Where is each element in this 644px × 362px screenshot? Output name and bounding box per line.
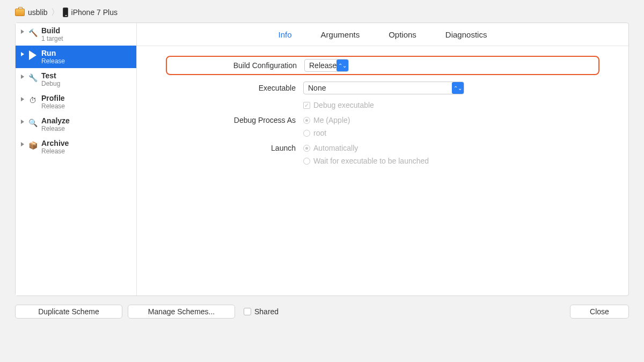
device-crumb[interactable]: iPhone 7 Plus — [63, 8, 118, 17]
sidebar-item-title: Test — [41, 71, 60, 80]
select-caret-icon: ⌃⌄ — [336, 60, 348, 71]
shared-checkbox[interactable]: Shared — [244, 307, 279, 316]
gauge-icon: ⏱ — [29, 97, 36, 104]
build-config-label: Build Configuration — [170, 61, 304, 70]
debug-process-root-radio[interactable]: root — [303, 129, 464, 137]
dialog-footer: Duplicate Scheme Manage Schemes... Share… — [0, 296, 644, 327]
launch-auto-radio[interactable]: Automatically — [303, 144, 464, 152]
disclosure-triangle-icon[interactable] — [21, 29, 24, 34]
breadcrumb-separator: 〉 — [51, 8, 60, 17]
disclosure-triangle-icon[interactable] — [21, 75, 24, 79]
sidebar-item-title: Run — [41, 49, 65, 57]
tab-info[interactable]: Info — [279, 30, 292, 39]
launch-label: Launch — [169, 144, 303, 152]
debug-executable-checkbox[interactable]: ✓ Debug executable — [303, 101, 464, 109]
sidebar-item-build[interactable]: 🔨 Build 1 target — [16, 23, 136, 46]
wrench-icon: 🔧 — [28, 74, 38, 82]
sidebar-item-test[interactable]: 🔧 Test Debug — [16, 68, 136, 91]
sidebar-item-subtitle: Debug — [41, 80, 60, 87]
executable-select[interactable]: None ⌃⌄ — [303, 82, 464, 94]
sidebar-item-subtitle: Release — [41, 102, 65, 110]
select-caret-icon: ⌃⌄ — [452, 82, 464, 94]
sidebar-item-title: Build — [41, 26, 63, 35]
scheme-action-sidebar: 🔨 Build 1 target Run Release 🔧 Test Debu… — [16, 23, 137, 295]
shared-label: Shared — [254, 307, 279, 316]
build-config-value: Release — [309, 61, 336, 70]
briefcase-icon — [15, 9, 25, 16]
radio-icon — [303, 130, 310, 137]
disclosure-triangle-icon[interactable] — [21, 120, 24, 124]
debug-process-label: Debug Process As — [169, 116, 303, 124]
scheme-editor-panel: 🔨 Build 1 target Run Release 🔧 Test Debu… — [15, 23, 629, 296]
launch-wait-label: Wait for executable to be launched — [313, 157, 429, 165]
scheme-crumb[interactable]: usblib — [15, 8, 48, 17]
executable-label: Executable — [169, 84, 303, 92]
debug-process-root-label: root — [313, 129, 326, 137]
radio-icon — [303, 117, 310, 124]
archive-icon: 📦 — [28, 142, 38, 149]
disclosure-triangle-icon[interactable] — [21, 142, 24, 146]
debug-process-me-radio[interactable]: Me (Apple) — [303, 116, 464, 124]
debug-process-me-label: Me (Apple) — [313, 116, 350, 124]
sidebar-item-title: Profile — [41, 94, 65, 102]
sidebar-item-subtitle: 1 target — [41, 35, 63, 42]
launch-auto-label: Automatically — [313, 144, 358, 152]
launch-wait-radio[interactable]: Wait for executable to be launched — [303, 157, 464, 165]
sidebar-item-archive[interactable]: 📦 Archive Release — [16, 136, 136, 158]
detail-tabs: Info Arguments Options Diagnostics — [137, 23, 628, 46]
breadcrumb: usblib 〉 iPhone 7 Plus — [0, 0, 644, 23]
sidebar-item-subtitle: Release — [41, 125, 70, 132]
sidebar-item-title: Analyze — [41, 116, 70, 125]
sidebar-item-run[interactable]: Run Release — [16, 46, 136, 68]
scheme-name: usblib — [28, 8, 48, 17]
checkbox-icon — [244, 308, 251, 315]
info-form: Build Configuration Release ⌃⌄ Executabl… — [137, 46, 628, 183]
build-config-highlight: Build Configuration Release ⌃⌄ — [166, 56, 599, 75]
hammer-icon: 🔨 — [28, 29, 38, 36]
device-name: iPhone 7 Plus — [71, 8, 118, 17]
phone-icon — [63, 8, 68, 17]
executable-value: None — [308, 84, 326, 92]
magnifier-icon: 🔍 — [28, 119, 38, 127]
sidebar-item-subtitle: Release — [41, 57, 65, 65]
sidebar-item-title: Archive — [41, 139, 69, 147]
sidebar-item-profile[interactable]: ⏱ Profile Release — [16, 91, 136, 113]
duplicate-scheme-button[interactable]: Duplicate Scheme — [15, 305, 122, 319]
checkbox-icon: ✓ — [303, 102, 310, 109]
disclosure-triangle-icon[interactable] — [21, 52, 24, 56]
manage-schemes-button[interactable]: Manage Schemes... — [128, 305, 235, 319]
radio-icon — [303, 145, 310, 152]
disclosure-triangle-icon[interactable] — [21, 97, 24, 101]
tab-diagnostics[interactable]: Diagnostics — [445, 30, 487, 39]
sidebar-item-analyze[interactable]: 🔍 Analyze Release — [16, 113, 136, 136]
radio-icon — [303, 158, 310, 165]
tab-arguments[interactable]: Arguments — [321, 30, 360, 39]
build-config-select[interactable]: Release ⌃⌄ — [304, 59, 349, 72]
sidebar-item-subtitle: Release — [41, 147, 69, 155]
tab-options[interactable]: Options — [389, 30, 416, 39]
play-icon — [29, 50, 36, 60]
scheme-detail: Info Arguments Options Diagnostics Build… — [137, 23, 628, 295]
debug-executable-label: Debug executable — [313, 101, 374, 109]
close-button[interactable]: Close — [570, 305, 629, 319]
